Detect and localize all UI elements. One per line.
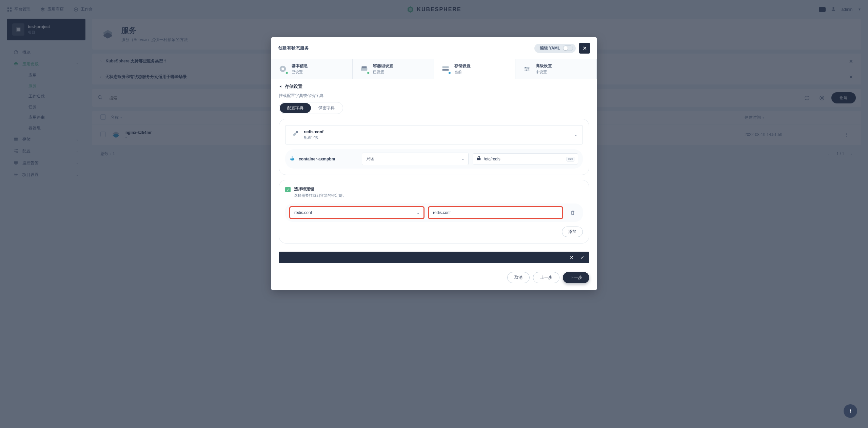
panel-title: 存储设置 — [271, 79, 597, 93]
svg-rect-30 — [293, 158, 294, 159]
svg-rect-22 — [442, 66, 449, 69]
storage-step-icon — [440, 63, 451, 74]
yaml-toggle[interactable]: 编辑 YAML — [534, 44, 576, 53]
chevron-down-icon: ⌄ — [574, 133, 577, 137]
svg-point-24 — [525, 67, 526, 68]
path-input-wrap: ⌨ — [473, 153, 578, 164]
create-service-modal: 创建有状态服务 编辑 YAML ✕ 基本信息已设置 容器组设置已设置 存储设置当… — [271, 37, 597, 188]
triangle-icon — [279, 85, 282, 88]
svg-rect-23 — [442, 69, 449, 71]
svg-point-19 — [281, 67, 284, 70]
configmap-name: redis-conf — [304, 130, 323, 134]
keyboard-icon: ⌨ — [567, 157, 574, 161]
pill-configmap[interactable]: 配置字典 — [280, 103, 311, 113]
svg-rect-29 — [292, 158, 293, 159]
svg-rect-28 — [291, 158, 292, 159]
hammer-icon — [291, 130, 300, 140]
step-storage[interactable]: 存储设置当前 — [434, 59, 515, 79]
svg-rect-21 — [362, 66, 367, 69]
section-label: 挂载配置字典或保密字典 — [279, 93, 589, 99]
svg-rect-32 — [477, 158, 481, 160]
wizard-steps: 基本信息已设置 容器组设置已设置 存储设置当前 高级设置未设置 — [271, 59, 597, 79]
pod-icon — [359, 63, 370, 74]
chevron-down-icon: ⌄ — [461, 157, 464, 161]
advanced-icon — [521, 63, 532, 74]
basic-info-icon — [277, 63, 288, 74]
modal-close-button[interactable]: ✕ — [579, 43, 590, 54]
svg-point-26 — [526, 70, 527, 71]
specific-keys-card: ✓ 选择特定键 选择需要挂载到容器的特定键。 redis.conf ⌄ 添加 — [279, 180, 589, 188]
configmap-select[interactable]: redis-conf 配置字典 ⌄ — [285, 125, 583, 144]
configmap-type: 配置字典 — [304, 135, 323, 140]
modal-title: 创建有状态服务 — [278, 45, 309, 51]
keys-title: 选择特定键 — [294, 186, 346, 188]
mount-row: container-axmpbm 只读 ⌄ ⌨ — [285, 149, 583, 169]
svg-rect-27 — [296, 131, 298, 133]
svg-point-25 — [528, 68, 529, 70]
toggle-switch[interactable] — [563, 45, 573, 51]
step-basic[interactable]: 基本信息已设置 — [271, 59, 353, 79]
docker-icon — [290, 155, 296, 162]
pill-secret[interactable]: 保密字典 — [311, 103, 342, 113]
step-advanced[interactable]: 高级设置未设置 — [515, 59, 597, 79]
path-icon — [476, 156, 481, 162]
svg-rect-31 — [292, 157, 293, 158]
mode-select[interactable]: 只读 ⌄ — [362, 153, 469, 165]
container-name: container-axmpbm — [299, 157, 335, 161]
specific-keys-checkbox[interactable]: ✓ — [285, 187, 291, 188]
tab-pills: 配置字典 保密字典 — [279, 102, 343, 114]
modal-backdrop: 创建有状态服务 编辑 YAML ✕ 基本信息已设置 容器组设置已设置 存储设置当… — [0, 0, 868, 188]
mount-card: redis-conf 配置字典 ⌄ container-axmpbm 只读 ⌄ — [279, 119, 589, 175]
step-pod[interactable]: 容器组设置已设置 — [353, 59, 434, 79]
mount-path-input[interactable] — [484, 157, 564, 161]
